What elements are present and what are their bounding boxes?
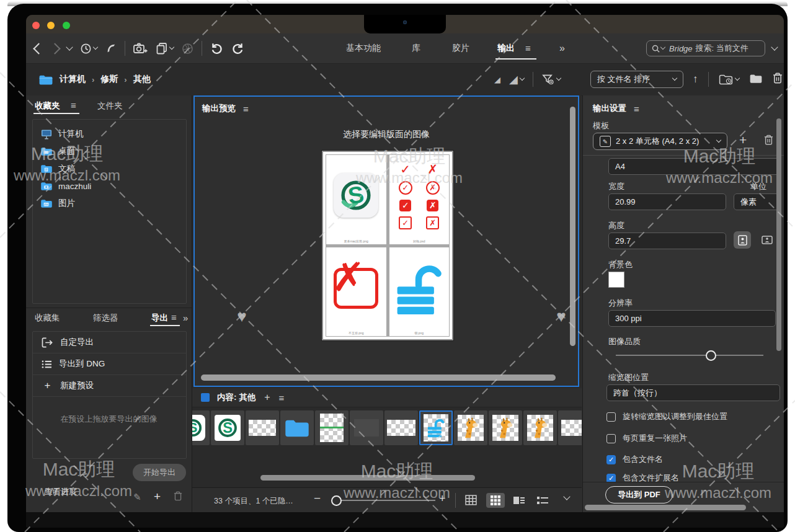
breadcrumb-folder[interactable]: 修斯 <box>100 74 118 85</box>
table-view-icon[interactable] <box>465 495 477 508</box>
export-panel-menu-icon[interactable]: ≡ <box>171 312 177 322</box>
workspace-overflow-chevrons[interactable]: » <box>559 43 565 54</box>
sort-ascending-icon[interactable]: ↑ <box>693 73 698 86</box>
thumbnail-transparent[interactable] <box>246 410 279 445</box>
close-window-button[interactable] <box>32 22 40 29</box>
get-photos-camera-icon[interactable] <box>133 33 148 63</box>
favorites-panel-menu-icon[interactable]: ≡ <box>71 100 76 110</box>
thumbnail-lock-selected[interactable] <box>419 410 453 445</box>
export-to-pdf-button[interactable]: 导出到 PDF <box>605 486 673 503</box>
statusbar-chevron-down-icon[interactable] <box>563 493 570 500</box>
tab-favorites[interactable]: 收藏夹 <box>35 100 60 112</box>
thumbnail-giraffe-3[interactable] <box>523 410 557 445</box>
sort-dropdown[interactable]: 按 文件名 排序 <box>590 71 683 88</box>
zoom-window-button[interactable] <box>63 22 70 29</box>
start-export-button[interactable]: 开始导出 <box>133 464 186 481</box>
zoom-in-icon[interactable]: + <box>439 492 446 505</box>
paper-size-field[interactable]: A4 <box>608 158 780 175</box>
thumbnail-giraffe-2[interactable] <box>489 410 522 445</box>
tab-collections[interactable]: 收藏集 <box>35 313 60 324</box>
search-scope-chevron-icon[interactable] <box>660 45 665 50</box>
settings-horizontal-scrollbar[interactable] <box>585 505 746 510</box>
background-color-swatch[interactable] <box>608 272 624 288</box>
sidebar-item-desktop[interactable]: 桌面 <box>33 143 186 160</box>
thumbnail-quality-small-icon[interactable]: ◢ <box>494 75 500 84</box>
content-menu-icon[interactable]: ≡ <box>279 392 285 403</box>
thumbnail-size-slider-track[interactable] <box>341 500 435 501</box>
thumbnail-s-logo-partial[interactable]: S <box>192 410 210 445</box>
grid-view-button[interactable] <box>486 493 505 508</box>
thumbnail-transparent-line[interactable] <box>315 410 349 445</box>
image-quality-slider-thumb[interactable] <box>706 350 716 361</box>
sidebar-item-documents[interactable]: 文稿 <box>33 160 186 177</box>
width-input[interactable]: 20.99 <box>608 193 726 210</box>
repeat-photo-checkbox-row[interactable]: 每页重复一张照片 <box>606 433 687 444</box>
filter-icon[interactable] <box>542 74 561 85</box>
search-input[interactable]: Bridge 搜索: 当前文件 <box>646 40 765 56</box>
minimize-window-button[interactable] <box>47 22 55 29</box>
tab-filter[interactable]: 筛选器 <box>93 313 118 324</box>
redo-icon[interactable] <box>231 33 244 63</box>
preview-panel-menu-icon[interactable]: ≡ <box>243 104 249 114</box>
tab-output[interactable]: 输出 <box>497 43 515 54</box>
include-filename-checkbox-row[interactable]: ✓ 包含文件名 <box>606 454 663 465</box>
preview-vertical-scrollbar[interactable] <box>570 107 575 346</box>
edit-pencil-icon[interactable]: ✎ <box>133 492 141 503</box>
forward-button[interactable] <box>51 33 59 63</box>
boomerang-icon[interactable] <box>105 33 117 63</box>
settings-vertical-scrollbar[interactable] <box>776 118 781 351</box>
checkbox-unchecked[interactable] <box>606 412 616 422</box>
thumbnail-folder[interactable] <box>280 410 314 445</box>
zoom-out-icon[interactable]: − <box>314 492 321 505</box>
rotate-thumbnails-checkbox-row[interactable]: 旋转缩览图以调整到最佳位置 <box>606 411 727 422</box>
filmstrip-horizontal-scrollbar[interactable] <box>260 475 475 481</box>
content-add-icon[interactable]: + <box>264 392 270 403</box>
thumbnail-quality-large-icon[interactable]: ◢ <box>509 73 524 86</box>
export-action-dng[interactable]: 导出到 DNG <box>33 353 186 375</box>
panel-overflow-chevrons[interactable]: » <box>183 313 188 323</box>
undo-icon[interactable] <box>210 33 223 63</box>
thumbnail-gray-file[interactable] <box>350 410 383 445</box>
thumbnail-position-dropdown[interactable]: 跨首（按行） <box>606 384 780 401</box>
thumbnail-size-slider-thumb[interactable] <box>331 495 342 506</box>
export-action-new-preset[interactable]: + 新建预设 <box>33 375 186 397</box>
tab-export[interactable]: 导出 <box>151 313 168 324</box>
tab-output-menu-icon[interactable]: ≡ <box>525 43 531 53</box>
sidebar-item-maczhuli[interactable]: maczhuli <box>33 177 186 195</box>
list-view-button[interactable] <box>533 493 552 508</box>
resolution-input[interactable]: 300 ppi <box>608 310 776 327</box>
content-view-button[interactable] <box>510 493 528 508</box>
thumbnail-giraffe-1[interactable] <box>454 410 487 445</box>
landscape-orientation-button[interactable] <box>758 231 776 249</box>
recent-files-folder-icon[interactable] <box>719 74 739 85</box>
tab-libraries[interactable]: 库 <box>412 43 420 54</box>
export-action-custom[interactable]: 自定导出 <box>33 332 186 353</box>
thumbnail-s-logo[interactable]: S <box>211 410 244 445</box>
breadcrumb-computer[interactable]: 计算机 <box>60 74 86 85</box>
tab-folders[interactable]: 文件夹 <box>97 100 123 112</box>
trash-icon[interactable] <box>773 73 783 86</box>
checkbox-unchecked[interactable] <box>606 434 616 443</box>
image-quality-slider-track[interactable] <box>616 355 763 356</box>
template-dropdown[interactable]: ✎ 2 x 2 单元格 (A4, 2 x 2) <box>593 133 727 150</box>
portrait-orientation-button[interactable] <box>734 231 751 249</box>
back-button[interactable] <box>35 33 43 63</box>
search-options-chevron-icon[interactable] <box>771 43 778 50</box>
tab-filmstrip[interactable]: 胶片 <box>452 43 469 54</box>
layout-page-preview[interactable]: S 更多mac应用.png ✓ ✗ ✓ <box>322 151 453 340</box>
settings-panel-menu-icon[interactable]: ≡ <box>634 104 639 114</box>
sidebar-item-pictures[interactable]: 图片 <box>33 195 186 212</box>
recent-history-icon[interactable] <box>80 33 97 63</box>
height-input[interactable]: 29.7 <box>608 233 726 249</box>
breadcrumb-current[interactable]: 其他 <box>133 74 151 85</box>
unit-dropdown[interactable]: 像素 <box>734 193 781 210</box>
tab-essentials[interactable]: 基本功能 <box>346 43 381 54</box>
nav-dropdown-chevron-icon[interactable] <box>67 33 72 63</box>
delete-template-trash-icon[interactable] <box>764 135 773 148</box>
preview-horizontal-scrollbar[interactable] <box>201 375 556 381</box>
add-template-icon[interactable]: + <box>739 133 747 148</box>
checkbox-checked[interactable]: ✓ <box>606 455 616 464</box>
sidebar-item-computer[interactable]: 计算机 <box>33 125 186 143</box>
new-folder-icon[interactable] <box>749 73 763 86</box>
copy-files-icon[interactable] <box>156 33 174 63</box>
